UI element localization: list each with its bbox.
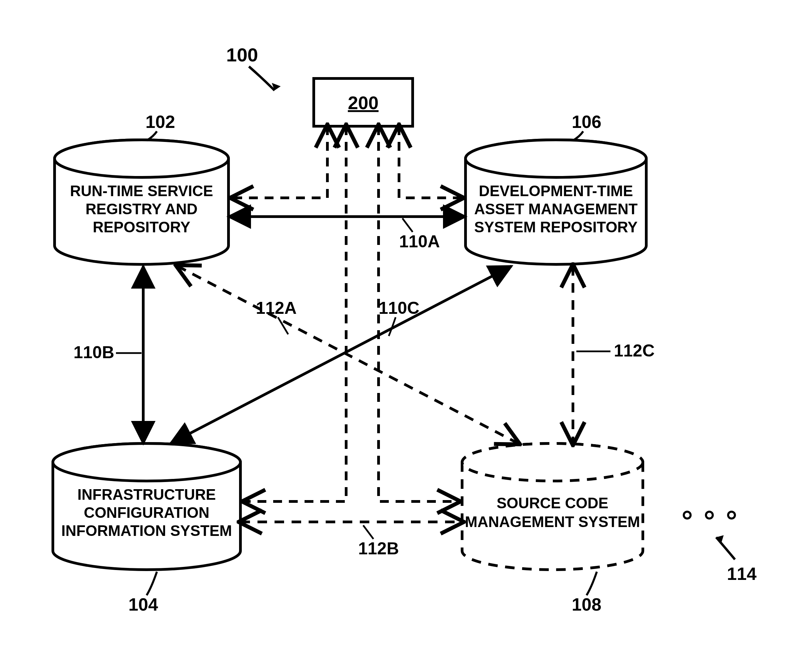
label-112c: 112C xyxy=(614,341,655,360)
svg-text:INFORMATION SYSTEM: INFORMATION SYSTEM xyxy=(61,522,232,539)
svg-point-9 xyxy=(465,140,646,177)
central-box: 200 xyxy=(314,78,413,126)
svg-point-26 xyxy=(706,512,713,518)
svg-text:REPOSITORY: REPOSITORY xyxy=(93,219,190,235)
svg-text:114: 114 xyxy=(727,564,757,584)
node-108: SOURCE CODE MANAGEMENT SYSTEM 108 xyxy=(462,444,643,614)
svg-text:DEVELOPMENT-TIME: DEVELOPMENT-TIME xyxy=(479,182,633,199)
svg-text:ASSET MANAGEMENT: ASSET MANAGEMENT xyxy=(474,201,638,217)
connector-110c xyxy=(171,266,512,444)
connector-112a xyxy=(177,266,518,444)
diagram: 200 100 RUN-TIME SERVICE REGISTRY AND RE… xyxy=(0,0,812,657)
node-102: RUN-TIME SERVICE REGISTRY AND REPOSITORY… xyxy=(54,112,229,265)
svg-text:MANAGEMENT SYSTEM: MANAGEMENT SYSTEM xyxy=(465,514,640,530)
svg-point-27 xyxy=(728,512,735,518)
label-112a: 112A xyxy=(256,299,297,318)
svg-text:SYSTEM REPOSITORY: SYSTEM REPOSITORY xyxy=(474,219,638,235)
svg-text:102: 102 xyxy=(146,112,175,132)
svg-point-21 xyxy=(462,444,643,481)
svg-text:106: 106 xyxy=(572,112,602,132)
svg-text:SOURCE CODE: SOURCE CODE xyxy=(496,495,608,511)
label-112b: 112B xyxy=(358,539,399,558)
svg-text:CONFIGURATION: CONFIGURATION xyxy=(84,504,209,521)
svg-text:RUN-TIME SERVICE: RUN-TIME SERVICE xyxy=(70,182,213,199)
svg-text:104: 104 xyxy=(129,595,158,614)
svg-point-3 xyxy=(54,140,229,177)
svg-text:108: 108 xyxy=(572,595,602,614)
node-104: INFRASTRUCTURE CONFIGURATION INFORMATION… xyxy=(53,444,240,614)
node-114: 114 xyxy=(684,512,756,584)
svg-point-15 xyxy=(53,444,240,481)
node-106: DEVELOPMENT-TIME ASSET MANAGEMENT SYSTEM… xyxy=(465,112,646,265)
svg-text:100: 100 xyxy=(226,44,258,65)
svg-text:INFRASTRUCTURE: INFRASTRUCTURE xyxy=(78,486,216,503)
ref-100: 100 xyxy=(226,44,281,90)
label-110b: 110B xyxy=(73,343,114,362)
central-box-label: 200 xyxy=(348,92,378,113)
label-110a: 110A xyxy=(399,232,440,251)
label-110c: 110C xyxy=(378,299,420,318)
svg-text:REGISTRY AND: REGISTRY AND xyxy=(86,201,198,217)
svg-point-25 xyxy=(684,512,691,518)
